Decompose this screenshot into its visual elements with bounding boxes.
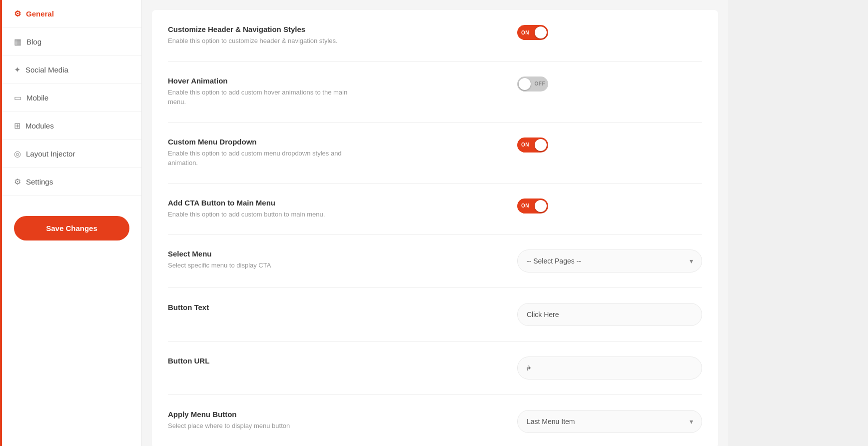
modules-icon: ⊞ bbox=[14, 121, 20, 130]
toggle-on-label-2: ON bbox=[521, 142, 529, 148]
sidebar: ⚙ General ▦ Blog ✦ Social Media ▭ Mobile… bbox=[2, 0, 142, 446]
customize-header-control: ON bbox=[517, 25, 702, 40]
sidebar-item-mobile-label: Mobile bbox=[26, 94, 48, 102]
button-url-input[interactable] bbox=[517, 356, 702, 380]
setting-label-group-select-menu: Select Menu Select specific menu to disp… bbox=[168, 250, 271, 270]
setting-row-hover-animation: Hover Animation Enable this option to ad… bbox=[168, 62, 702, 122]
setting-row-button-text: Button Text bbox=[168, 288, 702, 342]
setting-row-customize-header: Customize Header & Navigation Styles Ena… bbox=[168, 10, 702, 62]
add-cta-label: Add CTA Button to Main Menu bbox=[168, 198, 325, 207]
main-content-area: Customize Header & Navigation Styles Ena… bbox=[142, 0, 728, 446]
apply-menu-button-label: Apply Menu Button bbox=[168, 410, 290, 418]
blog-icon: ▦ bbox=[14, 37, 21, 46]
setting-label-group-cta: Add CTA Button to Main Menu Enable this … bbox=[168, 198, 325, 220]
sidebar-item-layout-injector-label: Layout Injector bbox=[26, 150, 75, 158]
custom-menu-dropdown-toggle[interactable]: ON bbox=[517, 138, 548, 152]
custom-menu-dropdown-label: Custom Menu Dropdown bbox=[168, 138, 358, 146]
sidebar-item-general[interactable]: ⚙ General bbox=[2, 0, 141, 28]
custom-menu-dropdown-control: ON bbox=[517, 138, 702, 152]
button-url-label: Button URL bbox=[168, 356, 209, 365]
add-cta-desc: Enable this option to add custom button … bbox=[168, 210, 325, 220]
sidebar-item-modules-label: Modules bbox=[25, 122, 54, 130]
hover-animation-desc: Enable this option to add custom hover a… bbox=[168, 88, 358, 107]
setting-row-custom-menu-dropdown: Custom Menu Dropdown Enable this option … bbox=[168, 122, 702, 184]
right-empty-panel bbox=[728, 0, 868, 446]
add-cta-control: ON bbox=[517, 198, 702, 214]
setting-label-group-btn-text: Button Text bbox=[168, 303, 209, 314]
sidebar-item-settings[interactable]: ⚙ Settings bbox=[2, 168, 141, 196]
button-text-control bbox=[517, 303, 702, 326]
select-menu-desc: Select specific menu to display CTA bbox=[168, 260, 271, 270]
setting-label-group: Customize Header & Navigation Styles Ena… bbox=[168, 25, 338, 46]
sidebar-item-blog-label: Blog bbox=[26, 38, 41, 46]
setting-label-group-apply-menu: Apply Menu Button Select place where to … bbox=[168, 410, 290, 431]
setting-label-group-btn-url: Button URL bbox=[168, 356, 209, 368]
hover-animation-control: OFF bbox=[517, 76, 702, 92]
setting-row-add-cta: Add CTA Button to Main Menu Enable this … bbox=[168, 184, 702, 235]
settings-icon: ⚙ bbox=[14, 177, 21, 186]
button-url-control bbox=[517, 356, 702, 380]
settings-panel: Customize Header & Navigation Styles Ena… bbox=[152, 10, 718, 446]
sidebar-item-blog[interactable]: ▦ Blog bbox=[2, 28, 141, 56]
sidebar-item-layout-injector[interactable]: ◎ Layout Injector bbox=[2, 140, 141, 168]
apply-menu-button-wrap: Last Menu Item ▾ bbox=[517, 410, 702, 433]
save-changes-button[interactable]: Save Changes bbox=[14, 216, 129, 240]
add-cta-toggle[interactable]: ON bbox=[517, 198, 548, 214]
apply-menu-button-desc: Select place where to display menu butto… bbox=[168, 421, 290, 431]
sidebar-item-general-label: General bbox=[26, 10, 54, 18]
save-button-wrapper: Save Changes bbox=[2, 204, 141, 252]
button-text-input[interactable] bbox=[517, 303, 702, 326]
sidebar-item-social-label: Social Media bbox=[25, 66, 68, 74]
sidebar-item-mobile[interactable]: ▭ Mobile bbox=[2, 84, 141, 112]
customize-header-toggle[interactable]: ON bbox=[517, 25, 548, 40]
select-menu-wrap: -- Select Pages -- ▾ bbox=[517, 250, 702, 272]
setting-label-group-dropdown: Custom Menu Dropdown Enable this option … bbox=[168, 138, 358, 168]
sidebar-item-social-media[interactable]: ✦ Social Media bbox=[2, 56, 141, 84]
mobile-icon: ▭ bbox=[14, 93, 21, 102]
gear-icon: ⚙ bbox=[14, 9, 21, 18]
customize-header-desc: Enable this option to customize header &… bbox=[168, 36, 338, 46]
setting-row-apply-menu-button: Apply Menu Button Select place where to … bbox=[168, 395, 702, 446]
custom-menu-dropdown-desc: Enable this option to add custom menu dr… bbox=[168, 148, 358, 168]
layout-injector-icon: ◎ bbox=[14, 149, 21, 158]
apply-menu-button-control: Last Menu Item ▾ bbox=[517, 410, 702, 433]
select-menu-select[interactable]: -- Select Pages -- bbox=[517, 250, 702, 272]
toggle-off-label: OFF bbox=[535, 81, 546, 86]
customize-header-label: Customize Header & Navigation Styles bbox=[168, 25, 338, 34]
toggle-on-label: ON bbox=[521, 30, 529, 36]
toggle-on-label-3: ON bbox=[521, 203, 529, 208]
sidebar-item-settings-label: Settings bbox=[26, 178, 53, 186]
sidebar-item-modules[interactable]: ⊞ Modules bbox=[2, 112, 141, 140]
hover-animation-label: Hover Animation bbox=[168, 76, 358, 85]
select-menu-control: -- Select Pages -- ▾ bbox=[517, 250, 702, 272]
setting-label-group-hover: Hover Animation Enable this option to ad… bbox=[168, 76, 358, 107]
setting-row-select-menu: Select Menu Select specific menu to disp… bbox=[168, 234, 702, 288]
hover-animation-toggle[interactable]: OFF bbox=[517, 76, 548, 92]
social-icon: ✦ bbox=[14, 65, 20, 74]
apply-menu-button-select[interactable]: Last Menu Item bbox=[517, 410, 702, 433]
select-menu-label: Select Menu bbox=[168, 250, 271, 258]
setting-row-button-url: Button URL bbox=[168, 342, 702, 395]
button-text-label: Button Text bbox=[168, 303, 209, 312]
